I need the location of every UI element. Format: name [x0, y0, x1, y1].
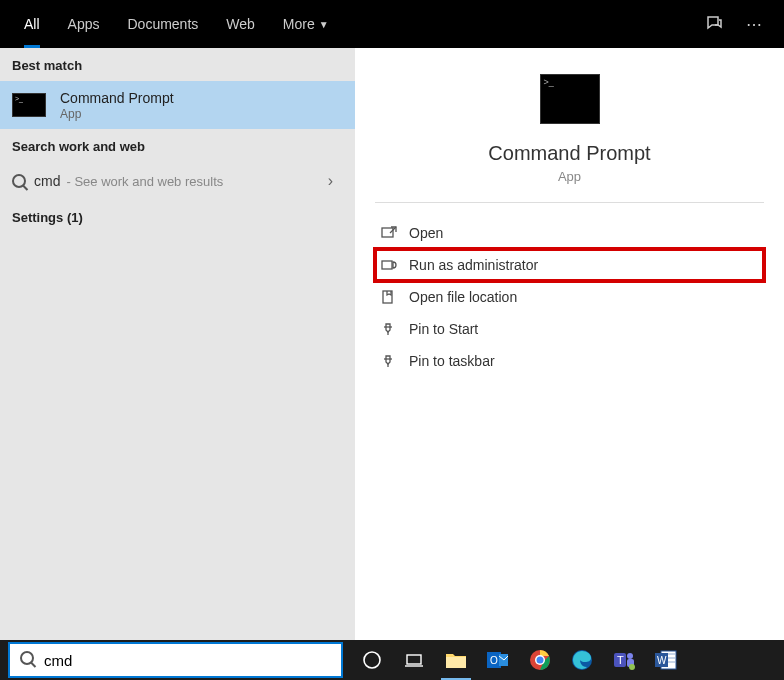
- taskbar-app-word[interactable]: W: [645, 640, 687, 680]
- command-prompt-icon: [12, 93, 46, 117]
- taskbar-search-box[interactable]: [8, 642, 343, 678]
- tab-apps[interactable]: Apps: [54, 0, 114, 48]
- best-match-subtitle: App: [60, 107, 174, 121]
- shield-icon: [381, 257, 409, 273]
- best-match-title: Command Prompt: [60, 89, 174, 107]
- svg-text:T: T: [617, 654, 624, 666]
- divider: [375, 202, 764, 203]
- cortana-icon[interactable]: [351, 640, 393, 680]
- search-input[interactable]: [44, 652, 331, 669]
- taskbar-app-chrome[interactable]: [519, 640, 561, 680]
- pin-icon: [381, 321, 409, 337]
- results-panel: Best match Command Prompt App Search wor…: [0, 48, 355, 640]
- web-result-cmd[interactable]: cmd - See work and web results ›: [0, 162, 355, 200]
- tab-documents[interactable]: Documents: [113, 0, 212, 48]
- search-icon: [20, 651, 34, 669]
- best-match-result[interactable]: Command Prompt App: [0, 81, 355, 129]
- svg-point-17: [629, 664, 635, 670]
- detail-title: Command Prompt: [375, 142, 764, 165]
- detail-subtitle: App: [375, 169, 764, 184]
- tab-more-label: More: [283, 16, 315, 32]
- action-run-as-administrator[interactable]: Run as administrator: [375, 249, 764, 281]
- svg-rect-4: [407, 655, 421, 664]
- action-open-label: Open: [409, 225, 443, 241]
- web-result-subtitle: - See work and web results: [66, 174, 223, 189]
- taskbar-app-file-explorer[interactable]: [435, 640, 477, 680]
- chevron-down-icon: ▼: [319, 19, 329, 30]
- taskbar: O T W: [0, 640, 784, 680]
- tab-all[interactable]: All: [10, 0, 54, 48]
- taskbar-app-edge[interactable]: [561, 640, 603, 680]
- svg-point-3: [364, 652, 380, 668]
- svg-text:O: O: [490, 655, 498, 666]
- action-pin-to-start[interactable]: Pin to Start: [375, 313, 764, 345]
- svg-rect-5: [446, 657, 466, 668]
- tab-web[interactable]: Web: [212, 0, 269, 48]
- web-result-query: cmd: [34, 173, 60, 189]
- taskbar-app-teams[interactable]: T: [603, 640, 645, 680]
- action-open-location-label: Open file location: [409, 289, 517, 305]
- folder-icon: [381, 289, 409, 305]
- more-options-icon[interactable]: ⋯: [734, 4, 774, 44]
- action-open-file-location[interactable]: Open file location: [375, 281, 764, 313]
- pin-icon: [381, 353, 409, 369]
- section-best-match: Best match: [0, 48, 355, 81]
- action-open[interactable]: Open: [375, 217, 764, 249]
- section-settings[interactable]: Settings (1): [0, 200, 355, 233]
- taskbar-app-outlook[interactable]: O: [477, 640, 519, 680]
- details-panel: Command Prompt App Open Run as administr…: [355, 48, 784, 640]
- svg-point-11: [537, 657, 544, 664]
- search-icon: [12, 174, 34, 188]
- command-prompt-icon: [540, 74, 600, 124]
- chevron-right-icon: ›: [328, 172, 333, 190]
- svg-text:W: W: [657, 655, 667, 666]
- search-tabs-bar: All Apps Documents Web More ▼ ⋯: [0, 0, 784, 48]
- action-pin-taskbar-label: Pin to taskbar: [409, 353, 495, 369]
- action-pin-start-label: Pin to Start: [409, 321, 478, 337]
- tab-more[interactable]: More ▼: [269, 0, 343, 48]
- open-icon: [381, 225, 409, 241]
- action-run-admin-label: Run as administrator: [409, 257, 538, 273]
- svg-rect-1: [382, 261, 392, 269]
- task-view-icon[interactable]: [393, 640, 435, 680]
- svg-point-15: [627, 653, 633, 659]
- section-search-work-web: Search work and web: [0, 129, 355, 162]
- action-pin-to-taskbar[interactable]: Pin to taskbar: [375, 345, 764, 377]
- feedback-icon[interactable]: [694, 4, 734, 44]
